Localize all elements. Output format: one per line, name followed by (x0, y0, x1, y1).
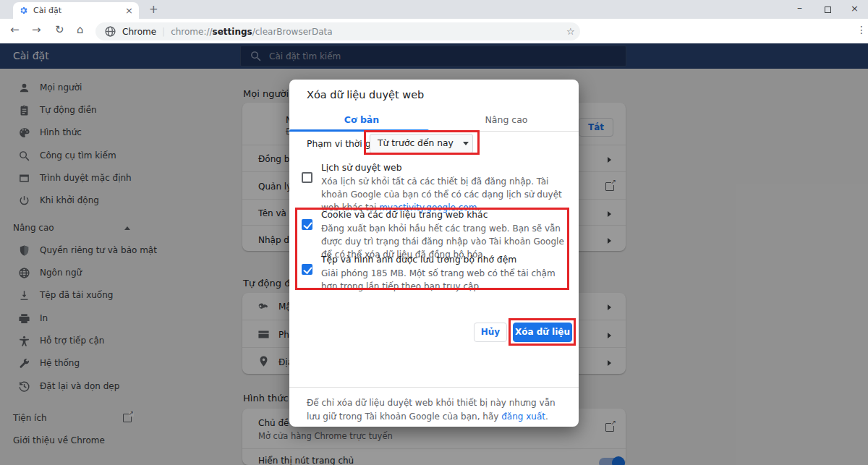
tab-basic[interactable]: Cơ bản (289, 108, 434, 132)
annotation-box-checkboxes (295, 208, 569, 290)
settings-gear-icon (19, 6, 28, 15)
new-tab-button[interactable]: + (149, 3, 158, 16)
dialog-footer-note: Để chỉ xóa dữ liệu duyệt web khỏi thiết … (307, 396, 561, 423)
back-icon[interactable]: ← (10, 23, 20, 36)
window-minimize-button[interactable]: – (797, 1, 802, 13)
browsing-history-checkbox[interactable] (302, 172, 312, 183)
address-bar[interactable]: Chrome | chrome://settings/clearBrowserD… (95, 22, 580, 40)
url-text: chrome://settings/clearBrowserData (171, 27, 333, 37)
tab-strip: Cài đặt × + – × (0, 0, 868, 19)
home-icon[interactable]: ⌂ (77, 23, 84, 36)
url-chrome-label: Chrome (122, 27, 156, 37)
tab-title: Cài đặt (33, 6, 120, 15)
tab-advanced[interactable]: Nâng cao (434, 108, 579, 132)
site-info-icon[interactable] (104, 25, 116, 38)
forward-icon[interactable]: → (32, 23, 41, 36)
window-maximize-button[interactable] (825, 7, 831, 13)
cancel-button[interactable]: Hủy (474, 323, 507, 342)
dialog-title: Xóa dữ liệu duyệt web (307, 89, 424, 101)
bookmark-star-icon[interactable]: ☆ (566, 26, 575, 37)
tab-close-icon[interactable]: × (125, 5, 133, 16)
annotation-box-dropdown (364, 130, 480, 155)
reload-icon[interactable]: ↻ (55, 23, 64, 36)
annotation-box-confirm-button (509, 318, 576, 346)
sign-out-link[interactable]: đăng xuất (501, 411, 545, 422)
window-close-button[interactable]: × (851, 3, 859, 14)
url-separator: | (162, 27, 165, 37)
browser-toolbar: ← → ↻ ⌂ Chrome | chrome://settings/clear… (0, 19, 868, 43)
browser-tab[interactable]: Cài đặt × (13, 2, 139, 19)
browser-menu-icon[interactable]: ⋮ (856, 24, 867, 35)
